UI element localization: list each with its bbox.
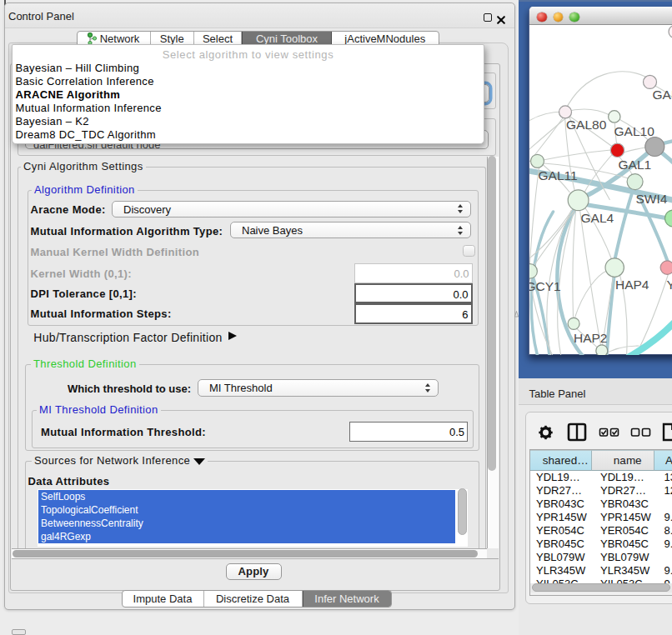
svg-text:YM: YM [666,278,672,292]
svg-text:HAP2: HAP2 [574,331,608,345]
svg-text:HAP4: HAP4 [615,278,649,292]
svg-text:GAL10: GAL10 [614,124,654,138]
svg-text:GCY1: GCY1 [529,279,561,293]
svg-text:GAL4: GAL4 [580,211,614,225]
svg-text:GAL80: GAL80 [566,118,607,132]
svg-text:SWI4: SWI4 [635,192,667,206]
svg-text:GAL1: GAL1 [618,158,651,172]
svg-text:GAL7: GAL7 [652,88,672,102]
svg-text:GAL11: GAL11 [538,168,577,182]
